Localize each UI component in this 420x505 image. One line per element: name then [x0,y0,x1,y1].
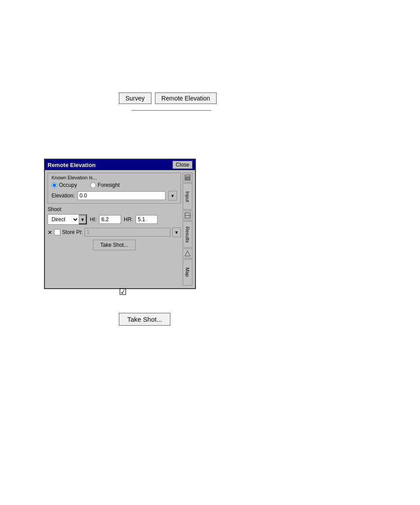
dialog-title: Remote Elevation [48,162,96,168]
survey-button[interactable]: Survey [119,93,151,104]
store-pt-input[interactable] [85,228,170,237]
side-icon-top [183,173,192,182]
known-elevation-group: Known Elevation Is... Occupy Foresight E… [48,173,181,204]
dialog-main-content: Known Elevation Is... Occupy Foresight E… [48,173,181,286]
hr-label: HR: [124,216,133,223]
input-tab-btn[interactable]: Input [183,183,192,210]
occupy-label: Occupy [59,182,77,188]
elevation-input[interactable] [77,191,166,200]
top-toolbar: Survey Remote Elevation [119,93,217,104]
store-pt-checkbox[interactable] [54,229,60,235]
foresight-option[interactable]: Foresight [90,182,120,188]
elevation-row: Elevation: ▼ [52,191,177,201]
foresight-label: Foresight [98,182,120,188]
store-pt-label: Store Pt: [62,229,83,235]
dialog-body: Known Elevation Is... Occupy Foresight E… [45,170,195,288]
svg-rect-0 [185,175,190,177]
shoot-label: Shoot [48,206,181,212]
side-icon-mid [183,211,192,220]
hi-label: HI: [90,216,96,223]
svg-rect-2 [185,179,190,180]
remote-elevation-dialog: Remote Elevation Close Known Elevation I… [44,159,196,289]
standalone-take-shot-button[interactable]: Take Shot... [119,313,170,326]
remote-elevation-button[interactable]: Remote Elevation [155,93,217,104]
shoot-dropdown-btn[interactable]: ▼ [79,215,87,224]
side-icon-bottom [183,249,192,258]
take-shot-button[interactable]: Take Shot... [93,240,136,250]
shoot-row: Direct ▼ HI: HR: [48,214,181,225]
store-pt-dropdown-btn[interactable]: ▼ [172,227,181,237]
known-elevation-label: Known Elevation Is... [52,175,177,180]
side-panel: Input Results Map [183,173,192,286]
external-checkbox[interactable]: ☑ [119,286,127,297]
standalone-take-shot-area: Take Shot... [119,313,170,326]
store-pt-row: ✕ Store Pt: ▼ [48,227,181,237]
dialog-titlebar: Remote Elevation Close [45,160,195,170]
foresight-radio[interactable] [90,182,96,188]
separator-line [132,110,211,111]
elevation-dropdown-btn[interactable]: ▼ [168,191,177,201]
radio-row: Occupy Foresight [52,182,177,188]
shoot-section: Shoot Direct ▼ HI: HR: ✕ [48,206,181,250]
svg-marker-5 [185,251,190,256]
elevation-label: Elevation: [52,193,75,199]
occupy-option[interactable]: Occupy [52,182,77,188]
hi-input[interactable] [99,215,121,224]
shoot-select-wrapper: Direct ▼ [48,214,87,225]
x-icon[interactable]: ✕ [48,229,52,236]
occupy-radio[interactable] [52,182,57,188]
dialog-close-button[interactable]: Close [173,161,192,169]
hr-input[interactable] [136,215,158,224]
map-tab-btn[interactable]: Map [183,259,192,286]
shoot-method-select[interactable]: Direct [48,215,79,224]
svg-rect-1 [185,178,190,178]
results-tab-btn[interactable]: Results [183,221,192,248]
